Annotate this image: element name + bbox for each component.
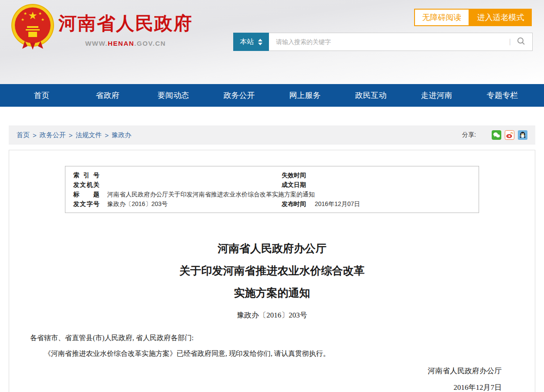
meta-value-issue-date: [315, 180, 471, 189]
share-tools: 分享:: [462, 130, 527, 140]
meta-label-expiry-time: 失效时间: [282, 171, 315, 179]
svg-text:★: ★: [41, 17, 44, 22]
meta-value-publish-time: 2016年12月07日: [315, 199, 471, 208]
meta-label-title: 标题: [73, 190, 107, 199]
share-label: 分享:: [462, 131, 476, 139]
document-title-line: 实施方案的通知: [9, 282, 535, 304]
search-icon: [517, 37, 525, 47]
breadcrumb-regulations[interactable]: 法规文件: [76, 131, 102, 139]
document-title: 河南省人民政府办公厅 关于印发河南省推进农业水价综合改革 实施方案的通知: [9, 237, 535, 304]
search-scope-select[interactable]: 本站: [233, 33, 269, 51]
updown-arrows-icon: [258, 39, 262, 45]
meta-label-publish-time: 发布时间: [282, 199, 315, 208]
breadcrumb-separator: >: [105, 132, 109, 139]
document-meta-table: 索引号 失效时间 发文机关 成文日期 标题 河南省人民政府办公厅关于印发河南省推…: [65, 166, 479, 213]
breadcrumb-separator: >: [33, 132, 37, 139]
document-title-line: 河南省人民政府办公厅: [9, 237, 535, 260]
meta-label-issuing-agency: 发文机关: [73, 180, 107, 189]
wechat-share-icon[interactable]: [492, 130, 501, 140]
svg-text:★: ★: [21, 17, 24, 22]
main-navigation: 首页 省政府 要闻动态 政务公开 网上服务 政民互动 走进河南 专题专栏: [0, 84, 544, 107]
meta-value-issuing-agency: [107, 180, 282, 189]
search-input[interactable]: [269, 38, 509, 45]
document-title-line: 关于印发河南省推进农业水价综合改革: [9, 260, 535, 282]
breadcrumb-current: 豫政办: [112, 131, 131, 139]
document-body: 各省辖市、省直管县(市)人民政府, 省人民政府各部门: 《河南省推进农业水价综合…: [30, 331, 502, 360]
search-button[interactable]: [511, 37, 532, 47]
meta-value-expiry-time: [315, 171, 471, 179]
meta-label-index-number: 索引号: [73, 171, 107, 179]
meta-value-title: 河南省人民政府办公厅关于印发河南省推进农业水价综合改革实施方案的通知: [107, 190, 471, 199]
breadcrumb-separator: >: [69, 132, 73, 139]
site-header: ★ ★ ★ ★ ★ 河南省人民政府 WWW.HENAN.GOV.CN 无障碍阅读…: [0, 0, 544, 84]
nav-item-special-topics[interactable]: 专题专栏: [469, 84, 535, 107]
document-paragraph-main: 《河南省推进农业水价综合改革实施方案》已经省政府同意, 现印发给你们, 请认真贯…: [30, 347, 502, 360]
breadcrumb: 首页 > 政务公开 > 法规文件 > 豫政办 分享:: [9, 125, 535, 145]
accessibility-reading-button[interactable]: 无障碍阅读: [414, 9, 469, 26]
svg-text:★: ★: [24, 11, 27, 16]
site-title: 河南省人民政府: [56, 11, 195, 36]
site-url-highlight: HENAN: [108, 40, 134, 47]
elder-mode-button[interactable]: 进入适老模式: [469, 9, 532, 26]
document-paragraph-salutation: 各省辖市、省直管县(市)人民政府, 省人民政府各部门:: [30, 331, 502, 345]
national-emblem-logo: ★ ★ ★ ★ ★: [11, 3, 54, 51]
site-url-prefix: WWW.: [85, 40, 108, 47]
weibo-share-icon[interactable]: [505, 130, 514, 140]
nav-item-provincial-government[interactable]: 省政府: [75, 84, 140, 107]
svg-text:★: ★: [38, 11, 42, 16]
meta-label-document-number: 发文字号: [73, 199, 107, 208]
svg-text:★: ★: [28, 10, 37, 21]
document-number: 豫政办〔2016〕203号: [9, 310, 535, 320]
nav-item-government-affairs[interactable]: 政务公开: [206, 84, 272, 107]
meta-value-index-number: [107, 171, 282, 179]
meta-label-issue-date: 成文日期: [282, 180, 315, 189]
search-scope-label: 本站: [240, 37, 254, 47]
nav-item-news[interactable]: 要闻动态: [140, 84, 206, 107]
document-date: 2016年12月7日: [9, 379, 502, 392]
nav-item-about-henan[interactable]: 走进河南: [404, 84, 469, 107]
nav-item-public-interaction[interactable]: 政民互动: [338, 84, 404, 107]
breadcrumb-government-affairs[interactable]: 政务公开: [40, 131, 66, 139]
meta-value-document-number: 豫政办〔2016〕203号: [107, 199, 282, 208]
site-url-suffix: .GOV.CN: [134, 40, 166, 47]
document-content-panel: 索引号 失效时间 发文机关 成文日期 标题 河南省人民政府办公厅关于印发河南省推…: [9, 150, 535, 392]
document-signature: 河南省人民政府办公厅: [9, 363, 502, 379]
nav-item-home[interactable]: 首页: [9, 84, 75, 107]
search-bar: 本站 |: [233, 33, 533, 51]
header-action-buttons: 无障碍阅读 进入适老模式: [414, 9, 532, 26]
qq-share-icon[interactable]: [518, 130, 527, 140]
nav-item-online-services[interactable]: 网上服务: [272, 84, 338, 107]
site-brand: 河南省人民政府 WWW.HENAN.GOV.CN: [56, 11, 195, 47]
document-signature-block: 河南省人民政府办公厅 2016年12月7日: [9, 363, 535, 392]
breadcrumb-home[interactable]: 首页: [17, 131, 30, 139]
site-url: WWW.HENAN.GOV.CN: [56, 40, 195, 47]
